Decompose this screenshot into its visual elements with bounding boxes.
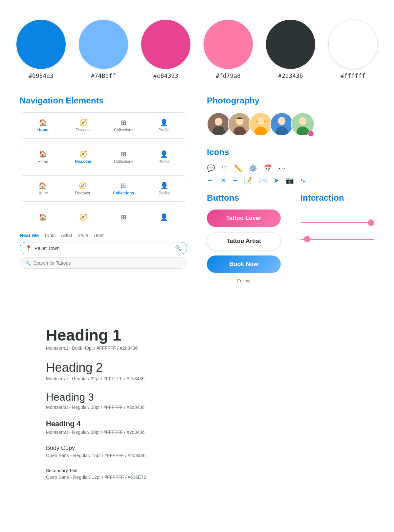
swatch-circle-blue xyxy=(16,20,66,69)
send-icon[interactable]: ➤ xyxy=(274,176,279,184)
profile-icon-2: 👤 xyxy=(160,150,168,158)
search-input-wrap: 🔍 xyxy=(20,257,187,269)
nav-item-home-1[interactable]: 🏠 Home xyxy=(33,119,53,132)
filter-tab-style[interactable]: Style xyxy=(77,233,88,238)
nav-item-home-2[interactable]: 🏠 Home xyxy=(33,150,53,164)
heart-icon[interactable]: ♡ xyxy=(222,164,228,172)
nav-item-profile-4[interactable]: 👤 xyxy=(154,213,174,221)
nav-item-profile-1[interactable]: 👤 Profile xyxy=(154,119,174,132)
profile-label-2: Profile xyxy=(158,159,169,164)
nav-item-discover-3[interactable]: 🧭 Discover xyxy=(73,182,93,195)
color-swatches-section: #0984e3 #74B9ff #e84393 #fd79a8 #2d3436 … xyxy=(20,20,374,79)
svg-point-13 xyxy=(278,117,286,125)
collections-icon-4: ⊞ xyxy=(121,213,126,221)
location-input-wrap: 📍 🔍 xyxy=(20,242,187,254)
heading4-meta: Montserrat - Regular/ 20pt / #FFFFFF / #… xyxy=(46,430,374,435)
settings-icon[interactable]: ⚙️ xyxy=(249,164,257,172)
calendar-icon[interactable]: 📅 xyxy=(264,164,272,172)
home-label-2: Home xyxy=(37,159,48,164)
swatch-circle-dark xyxy=(266,20,315,69)
nav-item-profile-3[interactable]: 👤 Profile xyxy=(154,182,174,195)
photo-avatars: 1 xyxy=(207,112,374,137)
location-input[interactable] xyxy=(34,245,172,251)
tattoo-artist-button[interactable]: Tattoo Artist xyxy=(207,232,281,250)
nav-row-3: 🏠 Home 🧭 Discover ⊞ Collections 👤 Profil… xyxy=(23,178,184,199)
add-icon[interactable]: + xyxy=(233,176,237,185)
home-icon-4: 🏠 xyxy=(39,213,47,221)
nav-item-discover-2[interactable]: 🧭 Discover xyxy=(74,150,93,164)
swatch-blue: #0984e3 xyxy=(16,20,66,79)
search-input[interactable] xyxy=(33,260,182,266)
nav-item-home-3[interactable]: 🏠 Home xyxy=(33,182,53,195)
edit-icon[interactable]: ✏️ xyxy=(234,164,242,172)
follow-link[interactable]: Follow xyxy=(207,278,281,283)
discover-icon-1: 🧭 xyxy=(79,119,87,126)
comment-icon[interactable]: 💬 xyxy=(207,164,215,172)
heading2-meta: Montserrat - Regular/ 32pt / #FFFFFF / #… xyxy=(46,376,374,381)
nav-item-profile-2[interactable]: 👤 Profile xyxy=(154,150,174,164)
avatar-2-wrap xyxy=(228,112,252,137)
nav-card-3: 🏠 Home 🧭 Discover ⊞ Collections 👤 Profil… xyxy=(20,175,187,202)
right-section: Photography xyxy=(207,96,374,303)
profile-label-3: Profile xyxy=(159,191,170,195)
filter-tab-topic[interactable]: Topic xyxy=(44,233,55,238)
typo-body-item: Body Copy Open Sans - Regular/ 16pt / #F… xyxy=(46,445,374,458)
notification-badge: 1 xyxy=(308,131,314,137)
nav-item-discover-4[interactable]: 🧭 xyxy=(74,213,93,221)
typography-section: Heading 1 Montserrat - Bold/ 40pt / #FFF… xyxy=(20,316,374,480)
swatch-label-pink: #e84393 xyxy=(153,72,178,79)
filter-tab-user[interactable]: User xyxy=(94,233,104,238)
back-arrow-icon[interactable]: ← xyxy=(207,176,214,185)
profile-icon-4: 👤 xyxy=(160,213,168,221)
nav-item-collections-4[interactable]: ⊞ xyxy=(114,213,134,221)
book-now-button[interactable]: Book Now xyxy=(207,255,281,273)
typo-heading3-item: Heading 3 Montserrat - Regular/ 28pt / #… xyxy=(46,391,374,410)
swatch-label-lightpink: #fd79a8 xyxy=(216,72,241,79)
discover-label-3: Discover xyxy=(75,191,90,195)
slider-1-wrap xyxy=(300,219,374,226)
typo-heading4-item: Heading 4 Montserrat - Regular/ 20pt / #… xyxy=(46,420,374,435)
icons-title: Icons xyxy=(207,147,374,157)
mail-icon[interactable]: ✉️ xyxy=(259,176,267,184)
collections-label-2: Collections xyxy=(114,159,133,164)
nav-item-collections-2[interactable]: ⊞ Collections xyxy=(114,150,134,164)
profile-icon-1: 👤 xyxy=(160,119,168,126)
nav-row-2: 🏠 Home 🧭 Discover ⊞ Collections 👤 Profil… xyxy=(23,147,184,167)
nav-row-4: 🏠 🧭 ⊞ 👤 xyxy=(23,210,184,224)
swatch-lightblue: #74B9ff xyxy=(79,20,128,79)
slider-1-thumb[interactable] xyxy=(368,219,374,226)
close-icon[interactable]: ✕ xyxy=(221,176,226,184)
swatch-lightpink: #fd79a8 xyxy=(204,20,253,79)
profile-icon-3: 👤 xyxy=(160,182,168,189)
avatar-3 xyxy=(249,112,273,136)
swatch-label-dark: #2d3436 xyxy=(278,72,303,79)
avatar-4-wrap xyxy=(270,112,294,137)
nav-item-home-4[interactable]: 🏠 xyxy=(33,213,53,221)
nav-item-collections-1[interactable]: ⊞ Collections xyxy=(114,119,134,132)
buttons-interaction-section: Buttons Tattoo Lover Tattoo Artist Book … xyxy=(207,193,374,283)
compose-icon[interactable]: 📝 xyxy=(244,176,252,184)
tattoo-lover-button[interactable]: Tattoo Lover xyxy=(207,210,281,227)
discover-icon-2: 🧭 xyxy=(79,150,87,158)
home-icon-3: 🏠 xyxy=(38,182,47,189)
discover-icon-4: 🧭 xyxy=(79,213,87,221)
nav-item-discover-1[interactable]: 🧭 Discover xyxy=(74,119,93,132)
slider-2-track xyxy=(300,239,374,240)
nav-item-collections-3[interactable]: ⊞ Collections xyxy=(113,182,134,195)
camera-icon[interactable]: 📷 xyxy=(286,176,294,184)
home-icon-2: 🏠 xyxy=(39,150,47,158)
slider-1-track xyxy=(300,222,374,223)
buttons-col: Buttons Tattoo Lover Tattoo Artist Book … xyxy=(207,193,281,283)
home-label-3: Home xyxy=(37,191,48,195)
filter-tab-artist[interactable]: Artist xyxy=(61,233,72,238)
discover-icon-3: 🧭 xyxy=(78,182,87,189)
activity-icon[interactable]: ∿ xyxy=(300,176,306,184)
more-icon[interactable]: ··· xyxy=(278,164,286,172)
slider-2-thumb[interactable] xyxy=(304,236,311,242)
filter-tab-nearme[interactable]: Near Me xyxy=(20,233,39,238)
nav-card-1: 🏠 Home 🧭 Discover ⊞ Collections 👤 Profil… xyxy=(20,112,187,139)
nav-row-1: 🏠 Home 🧭 Discover ⊞ Collections 👤 Profil… xyxy=(23,115,184,136)
search-icon: 🔍 xyxy=(175,245,182,251)
avatar-3-wrap xyxy=(249,112,273,137)
avatar-1 xyxy=(207,112,230,136)
